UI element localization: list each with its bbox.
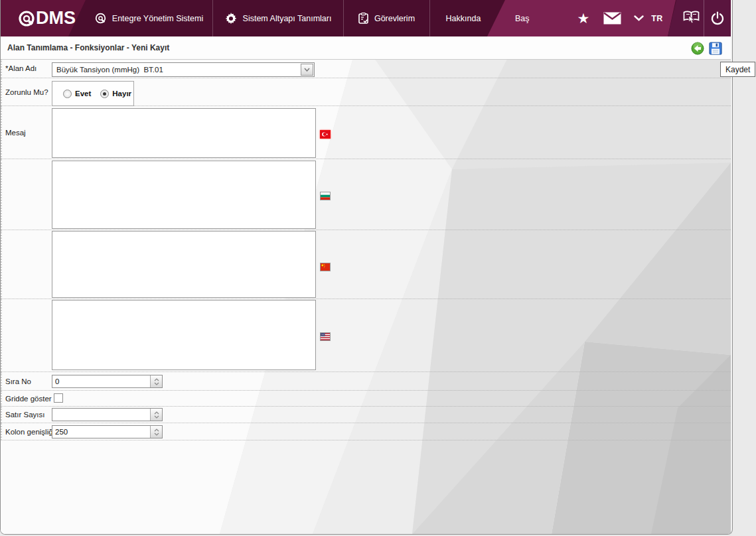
back-button[interactable] [691,42,704,55]
nav-item-sistem-altyapi-tanimlari[interactable]: Sistem Altyapı Tanımları [213,0,344,36]
save-tooltip: Kaydet [720,62,755,77]
screen: DMS Entegre Yönetim Sistemi Sistem Altya… [0,0,756,536]
power-icon[interactable] [705,0,730,36]
kolon-genisligi-label: Kolon genişliği [5,428,54,436]
gear-icon [225,13,237,25]
qdms-logo[interactable]: DMS [1,0,94,36]
mesaj-textarea-us[interactable] [52,300,316,370]
form-row-gridde-goster: Gridde göster [1,391,731,407]
gridde-goster-label: Gridde göster [5,395,52,403]
flag-bulgaria-icon [320,192,331,200]
radio-option-hayir[interactable]: Hayır [100,90,131,98]
form-area: *Alan Adı Büyük Tansiyon (mmHg) BT.01 Zo… [1,0,731,534]
sira-no-label: Sıra No [5,377,31,385]
spinner-up-down-icon[interactable] [150,409,162,421]
breadcrumb-bar: Alan Tanımlama - Fonksiyonlar - Yeni Kay… [1,36,731,60]
satir-sayisi-input[interactable] [55,409,145,421]
clipboard-check-icon [358,13,368,24]
nav-item-hakkinda[interactable]: Hakkında [430,0,496,36]
nav-item-gorevlerim[interactable]: Görevlerim [344,0,430,36]
radio-selected-icon [100,90,109,98]
zorunlu-label: Zorunlu Mu? [5,88,48,96]
back-green-arrow-icon [691,42,704,55]
satir-sayisi-label: Satır Sayısı [5,411,44,419]
nav-item-label: Entegre Yönetim Sistemi [112,14,203,23]
form-row-mesaj-bg [1,159,731,230]
navbar-light-section: Baş ★ TR [487,0,676,36]
alan-adi-dropdown[interactable]: Büyük Tansiyon (mmHg) BT.01 [52,62,315,77]
kolon-genisligi-field [52,425,163,438]
flag-turkey-icon [320,130,331,139]
spinner-up-down-icon[interactable] [150,426,162,438]
qdms-app-window: DMS Entegre Yönetim Sistemi Sistem Altya… [0,0,733,535]
mesaj-textarea-cn[interactable] [52,231,316,298]
zorunlu-radio-group: Evet Hayır [52,81,134,106]
qdms-q-icon [18,10,35,27]
form-row-sira-no: Sıra No [1,372,731,391]
form-row-alan-adi: *Alan Adı Büyük Tansiyon (mmHg) BT.01 [1,59,731,78]
kolon-genisligi-input[interactable] [55,426,145,438]
chevron-down-icon[interactable] [631,0,646,36]
save-button[interactable] [709,42,722,55]
mesaj-textarea-bg[interactable] [52,161,316,229]
satir-sayisi-field [52,408,163,421]
sira-no-field [52,375,163,388]
radio-option-evet[interactable]: Evet [63,90,91,98]
alan-adi-value: Büyük Tansiyon (mmHg) BT.01 [56,63,163,76]
dropdown-chevron-icon[interactable] [301,64,313,76]
nav-item-bas[interactable]: Baş [515,0,530,36]
nav-item-label: Görevlerim [374,14,415,23]
mail-icon[interactable] [601,0,623,36]
navbar-divider [704,0,704,36]
nav-item-entegre-yonetim-sistemi[interactable]: Entegre Yönetim Sistemi [86,0,213,36]
flag-usa-icon [320,332,331,341]
language-selector[interactable]: TR [648,0,666,36]
qdms-ring-icon [95,13,106,24]
favorites-star-icon[interactable]: ★ [573,0,593,36]
form-row-zorunlu: Zorunlu Mu? Evet Hayır [1,78,731,106]
top-navbar: DMS Entegre Yönetim Sistemi Sistem Altya… [1,0,731,36]
alan-adi-label: *Alan Adı [5,64,37,72]
form-row-mesaj-cn [1,230,731,299]
form-row-mesaj-us [1,299,731,372]
form-row-mesaj-tr: Mesaj [1,106,731,159]
mesaj-label: Mesaj [5,129,26,137]
help-book-icon[interactable] [678,0,704,36]
navbar-right-section [668,0,731,36]
mesaj-textarea-tr[interactable] [52,108,316,158]
breadcrumb: Alan Tanımlama - Fonksiyonlar - Yeni Kay… [7,36,169,59]
nav-item-label: Hakkında [446,14,481,23]
form-row-satir-sayisi: Satır Sayısı [1,407,731,423]
flag-china-icon [320,263,331,271]
sira-no-input[interactable] [55,375,145,387]
nav-item-label: Sistem Altyapı Tanımları [243,14,332,23]
save-floppy-icon [709,42,722,55]
qdms-logo-text: DMS [36,8,76,29]
radio-icon [63,90,72,98]
spinner-up-down-icon[interactable] [150,375,162,387]
gridde-goster-checkbox[interactable] [54,393,63,403]
form-row-kolon-genisligi: Kolon genişliği [1,423,731,440]
